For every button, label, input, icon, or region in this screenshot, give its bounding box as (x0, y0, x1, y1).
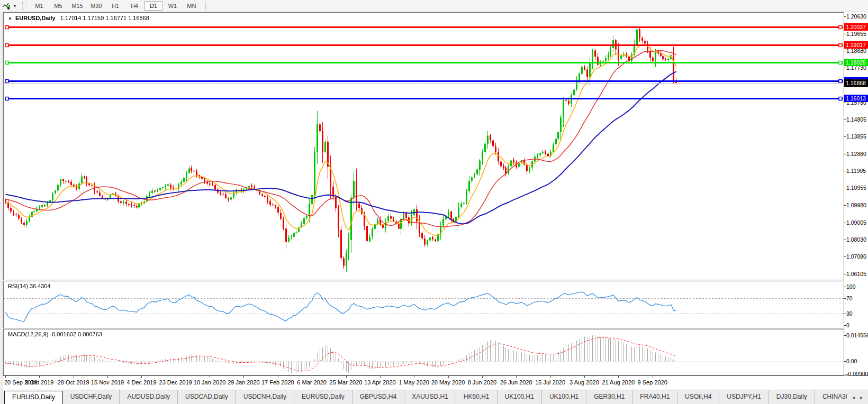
date-tick (550, 376, 551, 378)
rsi-tick-label: 100 (846, 283, 856, 290)
macd-tick-label: -0.009001 (846, 371, 868, 377)
price-tick-label: 1.20630 (846, 13, 866, 20)
price-tick-label: 1.18680 (846, 48, 866, 54)
price-tick-label: 1.14805 (846, 116, 866, 123)
tab-usdcnh-daily[interactable]: USDCNH,Daily (236, 390, 294, 404)
date-label: 15 Nov 2019 (91, 379, 124, 385)
date-tick (210, 376, 210, 378)
price-tick-label: 1.12880 (846, 151, 866, 157)
chart-tabs: EURUSD,DailyUSDCHF,DailyAUDUSD,DailyUSDC… (4, 390, 847, 404)
price-tick-label: 1.08030 (846, 236, 866, 243)
timeframe-m5[interactable]: M5 (49, 1, 67, 11)
date-tick (448, 376, 449, 378)
date-label: 15 Jul 2020 (535, 379, 565, 385)
tab-gbpusd-h4[interactable]: GBPUSD,H4 (352, 390, 404, 404)
toolbar-grip (22, 2, 26, 10)
chart-title: ▼EURUSD,Daily1.17014 1.17159 1.16771 1.1… (8, 15, 149, 21)
timeframe-w1[interactable]: W1 (164, 1, 182, 11)
date-tick (516, 376, 517, 378)
tab-scroll-right-icon[interactable]: ▸ (860, 394, 863, 400)
rsi-tick-label: 0 (846, 322, 849, 328)
date-label: 29 Jan 2020 (228, 379, 260, 385)
macd-tick-label: 0.014556 (846, 332, 868, 338)
tab-fra40-h1[interactable]: FRA40,H1 (632, 390, 677, 404)
date-label: 25 Mar 2020 (330, 379, 363, 385)
tab-scroll-controls: ◂ ▸ (847, 390, 868, 404)
chart-ohlc-values: 1.17014 1.17159 1.16771 1.16868 (60, 15, 149, 21)
price-tick-label: 1.11905 (846, 168, 866, 174)
macd-label: MACD(12,26,9) -0.001602 0.000763 (8, 331, 102, 337)
date-label: 28 Oct 2019 (58, 379, 89, 385)
date-tick (176, 376, 176, 378)
level-price-badge: 1.18025 (844, 59, 868, 66)
date-label: 26 Jun 2020 (500, 379, 532, 385)
macd-canvas[interactable] (4, 329, 844, 375)
date-tick (380, 376, 381, 378)
timeframe-d1[interactable]: D1 (144, 1, 162, 11)
chart-tool-dropdown-icon[interactable]: ▼ (13, 4, 17, 8)
date-axis[interactable]: 20 Sep 20199 Oct 201928 Oct 201915 Nov 2… (3, 375, 868, 390)
date-tick (243, 376, 244, 378)
tab-usdchf-daily[interactable]: USDCHF,Daily (63, 390, 120, 404)
tab-eurusd-daily[interactable]: EURUSD,Daily (4, 391, 63, 404)
price-tick-label: 1.07080 (846, 253, 866, 260)
tab-usoil-h4[interactable]: USOil,H4 (677, 390, 719, 404)
timeframe-h1[interactable]: H1 (106, 1, 124, 11)
date-label: 6 Mar 2020 (297, 379, 327, 385)
level-price-badge: 1.16013 (844, 95, 868, 102)
timeframe-m15[interactable]: M15 (68, 1, 86, 11)
date-tick (74, 376, 74, 378)
tab-eurusd-daily[interactable]: EURUSD,Daily (294, 390, 352, 404)
date-label: 1 May 2020 (399, 379, 429, 385)
tab-china300-h1[interactable]: CHINA300,H1 (815, 390, 847, 404)
date-tick (584, 376, 585, 378)
date-tick (618, 376, 619, 378)
date-tick (278, 376, 278, 378)
macd-indicator-panel: MACD(12,26,9) -0.001602 0.000763 (3, 329, 844, 375)
tab-hk50-h1[interactable]: HK50,H1 (456, 390, 497, 404)
date-label: 17 Feb 2020 (261, 379, 294, 385)
tab-uk100-h1[interactable]: UK100,H1 (497, 390, 541, 404)
date-tick (39, 376, 40, 378)
tab-xauusd-h1[interactable]: XAUUSD,H1 (404, 390, 456, 404)
macd-tick-label: 0.00 (846, 358, 857, 364)
timeframe-h4[interactable]: H4 (125, 1, 143, 11)
date-tick (482, 376, 483, 378)
price-tick-label: 1.09005 (846, 219, 866, 226)
date-label: 4 Dec 2019 (126, 379, 156, 385)
date-tick (141, 376, 142, 378)
tab-usdcad-daily[interactable]: USDCAD,Daily (177, 390, 236, 404)
tab-dj30-daily[interactable]: DJ30,Daily (768, 390, 815, 404)
date-tick (346, 376, 347, 378)
timeframe-mn[interactable]: MN (183, 1, 201, 11)
level-price-badge: 1.19017 (844, 41, 868, 49)
chart-symbol-label: EURUSD,Daily (15, 15, 56, 21)
tab-uk100-h1[interactable]: UK100,H1 (541, 390, 586, 404)
level-price-badge: 1.20037 (844, 23, 868, 31)
rsi-canvas[interactable] (4, 281, 844, 328)
rsi-tick-label: 70 (846, 295, 853, 301)
date-label: 10 Jan 2020 (194, 379, 226, 385)
rsi-tick-label: 30 (846, 310, 853, 317)
window-left-edge (0, 12, 3, 389)
chart-cursor-icon[interactable] (2, 2, 12, 10)
date-tick (107, 376, 108, 378)
price-chart-canvas[interactable] (4, 13, 844, 280)
timeframe-m30[interactable]: M30 (87, 1, 105, 11)
date-tick (312, 376, 312, 378)
price-tick-label: 1.06105 (846, 271, 866, 277)
chart-tabs-bar: EURUSD,DailyUSDCHF,DailyAUDUSD,DailyUSDC… (0, 390, 868, 404)
tab-scroll-left-icon[interactable]: ◂ (852, 394, 855, 400)
tab-audusd-daily[interactable]: AUDUSD,Daily (119, 390, 177, 404)
price-chart-panel: ▼EURUSD,Daily1.17014 1.17159 1.16771 1.1… (3, 12, 844, 280)
chart-collapse-icon[interactable]: ▼ (8, 16, 12, 21)
date-label: 20 May 2020 (431, 379, 465, 385)
price-tick-label: 1.10955 (846, 185, 866, 191)
date-tick (653, 376, 653, 378)
tab-ger30-h1[interactable]: GER30,H1 (586, 390, 632, 404)
price-tick-label: 1.19655 (846, 31, 866, 37)
tab-usdjpy-h1[interactable]: USDJPY,H1 (719, 390, 768, 404)
date-tick (414, 376, 414, 378)
price-axis[interactable]: 1.206301.196551.186801.177301.167551.157… (844, 12, 868, 375)
timeframe-m1[interactable]: M1 (30, 1, 48, 11)
